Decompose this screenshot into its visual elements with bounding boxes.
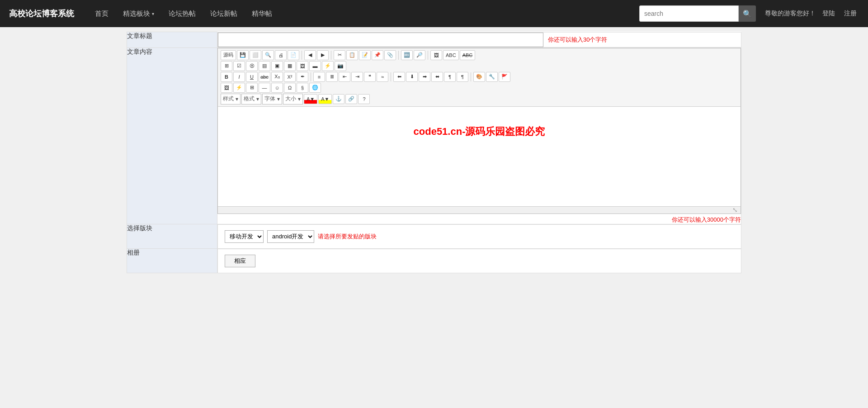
preview-btn[interactable]: 🔍 — [262, 50, 274, 60]
italic-btn[interactable]: I — [233, 72, 245, 82]
register-link[interactable]: 注册 — [842, 9, 859, 18]
select-btn[interactable]: ▣ — [271, 61, 283, 71]
justifyright-btn[interactable]: ➡ — [419, 72, 430, 82]
photo-button[interactable]: 相应 — [225, 255, 255, 267]
format-select[interactable]: 格式 ▾ — [241, 94, 261, 104]
photo-row: 相册 相应 — [127, 249, 741, 273]
image-btn[interactable]: 🖼 — [430, 50, 442, 60]
orderedlist-btn[interactable]: ≡ — [313, 72, 325, 82]
anchor-btn[interactable]: ⚓ — [333, 94, 344, 104]
radio-btn[interactable]: ⦿ — [246, 61, 258, 71]
source-btn[interactable]: 源码 — [221, 50, 236, 60]
bidiltr-btn[interactable]: ¶ — [444, 72, 456, 82]
replace-btn[interactable]: 🔎 — [414, 50, 425, 60]
paste-btn[interactable]: 📝 — [359, 50, 371, 60]
underline-btn[interactable]: U — [246, 72, 258, 82]
login-link[interactable]: 登陆 — [820, 9, 837, 18]
chevron-down-icon: ▾ — [152, 11, 154, 16]
table3-btn[interactable]: ⊞ — [246, 83, 258, 93]
redo-btn[interactable]: ▶ — [317, 50, 329, 60]
removeformat-btn[interactable]: ✒ — [297, 72, 308, 82]
flash-btn[interactable]: ⚡ — [322, 61, 334, 71]
style-chevron-icon: ▾ — [236, 96, 238, 102]
search-input[interactable] — [639, 5, 739, 22]
hr-btn[interactable]: ▬ — [309, 61, 321, 71]
nav-links: 首页 精选板块 ▾ 论坛热帖 论坛新帖 精华帖 — [88, 0, 630, 27]
cut-btn[interactable]: ✂ — [334, 50, 345, 60]
flash3-btn[interactable]: ⚡ — [233, 83, 245, 93]
find-btn[interactable]: 🔤 — [401, 50, 413, 60]
nav-best[interactable]: 精华帖 — [245, 0, 279, 27]
hr2-btn[interactable]: — — [259, 83, 270, 93]
editor-body[interactable]: code51.cn-源码乐园盗图必究 — [218, 107, 741, 206]
bgcolor-btn[interactable]: A▼ — [318, 94, 332, 104]
iframe-btn[interactable]: 🌐 — [309, 83, 321, 93]
image2-btn[interactable]: 📷 — [335, 61, 346, 71]
undo-btn[interactable]: ◀ — [304, 50, 316, 60]
size-select-label: 大小 — [285, 95, 296, 103]
title-label: 文章标题 — [127, 32, 217, 48]
nav-new[interactable]: 论坛新帖 — [203, 0, 245, 27]
size-select[interactable]: 大小 ▾ — [283, 94, 303, 104]
title-input[interactable] — [218, 33, 543, 47]
blockquote-btn[interactable]: ❝ — [364, 72, 376, 82]
checkbox-btn[interactable]: ☑ — [233, 61, 245, 71]
paste-word-btn[interactable]: 📌 — [372, 50, 383, 60]
help-btn[interactable]: ? — [358, 94, 370, 104]
sep4 — [428, 51, 428, 60]
bidirtl-btn[interactable]: ¶ — [457, 72, 468, 82]
content-cell: 源码 💾 ⬜ 🔍 🖨 📄 ◀ ▶ ✂ 📋 📝 — [217, 47, 741, 224]
save-btn[interactable]: 💾 — [237, 50, 249, 60]
photo-content-cell: 相应 — [217, 249, 741, 273]
table-btn[interactable]: ⊞ — [221, 61, 232, 71]
specialchar-btn[interactable]: Ω — [284, 83, 296, 93]
showblocks-btn[interactable]: 🚩 — [499, 72, 510, 82]
creatediv-btn[interactable]: ≈ — [377, 72, 388, 82]
spell-btn[interactable]: ABC — [443, 50, 459, 60]
search-button[interactable]: 🔍 — [739, 5, 756, 22]
font-select[interactable]: 字体 ▾ — [262, 94, 282, 104]
strike-btn[interactable]: abc — [259, 72, 270, 82]
textarea-btn[interactable]: ▤ — [259, 61, 270, 71]
justifycenter-btn[interactable]: ⬇ — [406, 72, 418, 82]
nav-home[interactable]: 首页 — [88, 0, 116, 27]
smiley-btn[interactable]: ☺ — [271, 83, 283, 93]
toolbar-row-3: B I U abc X₂ X² ✒ ≡ ≣ ⇤ ⇥ ❝ — [221, 72, 738, 82]
nav-hot[interactable]: 论坛热帖 — [161, 0, 203, 27]
site-brand: 高校论坛博客系统 — [9, 8, 74, 19]
pagebreak-btn[interactable]: § — [297, 83, 308, 93]
justifyleft-btn[interactable]: ⬅ — [393, 72, 405, 82]
bold-btn[interactable]: B — [221, 72, 232, 82]
newdoc-btn[interactable]: ⬜ — [250, 50, 261, 60]
font-select-label: 字体 — [264, 95, 275, 103]
editor-wrapper: 源码 💾 ⬜ 🔍 🖨 📄 ◀ ▶ ✂ 📋 📝 — [217, 48, 741, 214]
templates2-btn[interactable]: 🔧 — [486, 72, 498, 82]
templates-btn[interactable]: 📄 — [288, 50, 299, 60]
indent-btn[interactable]: ⇥ — [351, 72, 363, 82]
sub-btn[interactable]: X₂ — [271, 72, 283, 82]
content-char-hint: 你还可以输入30000个字符 — [672, 216, 741, 223]
fontcolor-btn[interactable]: A▼ — [304, 94, 317, 104]
spell2-btn[interactable]: ABC — [460, 50, 476, 60]
nav-featured[interactable]: 精选板块 ▾ — [116, 0, 161, 27]
outdent-btn[interactable]: ⇤ — [339, 72, 350, 82]
link-btn[interactable]: 🔗 — [345, 94, 357, 104]
paste-plain-btn[interactable]: 📎 — [384, 50, 396, 60]
copy-btn[interactable]: 📋 — [346, 50, 358, 60]
styles2-btn[interactable]: 🎨 — [473, 72, 485, 82]
size-chevron-icon: ▾ — [298, 96, 301, 102]
imgbtn-btn[interactable]: 🖼 — [297, 61, 308, 71]
print-btn[interactable]: 🖨 — [275, 50, 287, 60]
block-select-2[interactable]: android开发 — [267, 230, 314, 243]
photo-label: 相册 — [127, 249, 217, 273]
justifyfull-btn[interactable]: ⬌ — [431, 72, 443, 82]
image3-btn[interactable]: 🖼 — [221, 83, 232, 93]
style-select[interactable]: 样式 ▾ — [221, 94, 241, 104]
editor-resize-bar: ⤡ — [218, 206, 741, 213]
block-select-1[interactable]: 移动开发 — [225, 230, 264, 243]
style-select-label: 样式 — [223, 95, 234, 103]
unorderedlist-btn[interactable]: ≣ — [326, 72, 338, 82]
sup-btn[interactable]: X² — [284, 72, 296, 82]
hiddenfield-btn[interactable]: ▦ — [284, 61, 296, 71]
title-content-cell: 你还可以输入30个字符 — [217, 32, 741, 47]
